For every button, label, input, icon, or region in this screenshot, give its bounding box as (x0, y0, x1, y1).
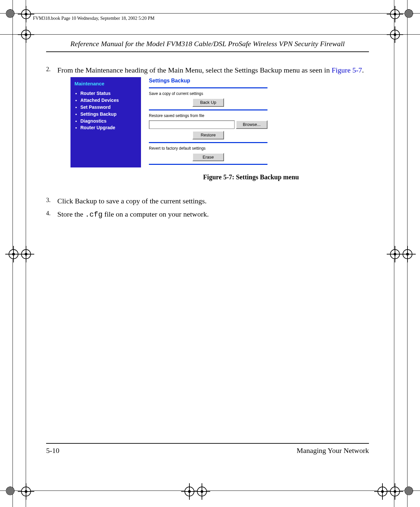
page-number: 5-10 (46, 446, 59, 455)
browse-button[interactable]: Browse... (236, 120, 267, 129)
reg-target-icon (9, 249, 18, 259)
cfg-extension-code: .cfg (85, 211, 102, 219)
reg-target-icon (21, 487, 31, 496)
panel-separator (149, 87, 267, 88)
restore-file-input[interactable] (149, 120, 235, 129)
settings-backup-screenshot: Maintenance Router Status Attached Devic… (70, 77, 369, 168)
figure-reference-link[interactable]: Figure 5-7 (332, 66, 362, 74)
reg-target-icon (390, 9, 400, 19)
reg-mark-icon (405, 9, 413, 18)
reg-target-icon (21, 9, 31, 19)
step-number: 3. (46, 196, 57, 206)
save-copy-label: Save a copy of current settings (149, 91, 267, 96)
figure-caption: Figure 5-7: Settings Backup menu (133, 173, 369, 182)
restore-from-file-label: Restore saved settings from file (149, 113, 267, 118)
reg-mark-icon (405, 487, 413, 495)
reg-target-icon (378, 487, 387, 496)
reg-mark-icon (6, 9, 14, 18)
reg-target-icon (403, 249, 412, 259)
header-rule (46, 51, 369, 52)
reg-target-icon (21, 249, 31, 259)
panel-separator (149, 164, 267, 165)
reg-target-icon (390, 249, 400, 259)
step-number: 4. (46, 209, 57, 220)
section-title: Managing Your Network (297, 446, 369, 455)
reg-target-icon (184, 487, 194, 496)
sidebar-item-attached-devices[interactable]: Attached Devices (80, 97, 137, 104)
panel-separator (149, 109, 267, 110)
reg-target-icon (197, 487, 207, 496)
erase-button[interactable]: Erase (192, 153, 224, 162)
panel-separator (149, 142, 267, 143)
sidebar-heading: Maintenance (74, 80, 137, 87)
revert-label: Revert to factory default settings (149, 146, 267, 151)
reg-target-icon (390, 487, 400, 496)
step-text: file on a computer on your network. (102, 210, 209, 218)
step-number: 2. (46, 65, 57, 195)
book-build-stamp: FVM318.book Page 10 Wednesday, September… (33, 16, 154, 21)
reg-target-icon (21, 30, 31, 40)
sidebar-item-router-status[interactable]: Router Status (80, 90, 137, 97)
step-text: Click Backup to save a copy of the curre… (57, 196, 369, 206)
panel-title: Settings Backup (149, 77, 267, 84)
reg-target-icon (390, 30, 400, 40)
backup-button[interactable]: Back Up (192, 98, 224, 107)
restore-button[interactable]: Restore (192, 131, 224, 139)
step-text: . (362, 66, 364, 74)
running-header: Reference Manual for the Model FVM318 Ca… (46, 40, 369, 50)
step-text: From the Maintenance heading of the Main… (57, 66, 332, 74)
reg-mark-icon (6, 487, 14, 495)
sidebar-item-router-upgrade[interactable]: Router Upgrade (80, 125, 137, 131)
maintenance-sidebar: Maintenance Router Status Attached Devic… (70, 77, 141, 168)
footer-rule (46, 443, 369, 444)
sidebar-item-diagnostics[interactable]: Diagnostics (80, 118, 137, 124)
step-text: Store the (57, 210, 85, 218)
sidebar-item-set-password[interactable]: Set Password (80, 104, 137, 110)
settings-backup-panel: Settings Backup Save a copy of current s… (149, 77, 267, 168)
sidebar-item-settings-backup[interactable]: Settings Backup (80, 111, 137, 117)
